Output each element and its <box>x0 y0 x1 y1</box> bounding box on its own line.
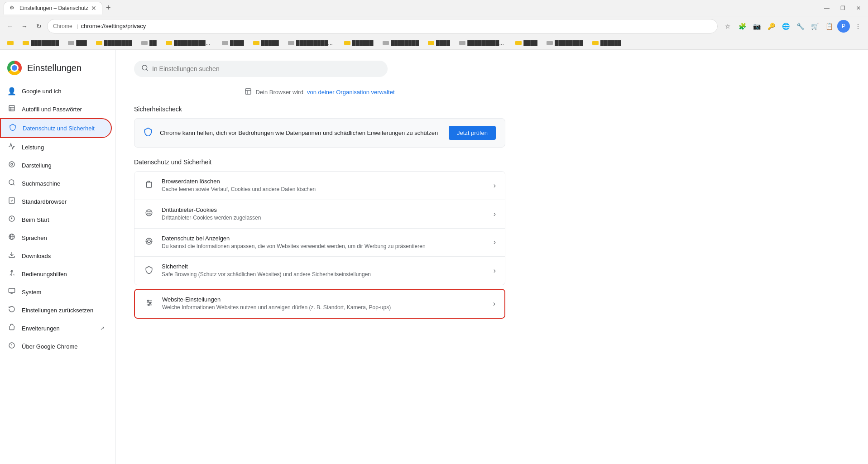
bookmark-item[interactable]: ████ <box>218 39 248 47</box>
jetzt-prüfen-button[interactable]: Jetzt prüfen <box>449 126 496 140</box>
svg-point-34 <box>148 240 150 243</box>
maximize-button[interactable]: ❐ <box>837 3 849 13</box>
sidebar-item-privacy[interactable]: Datenschutz und Sicherheit <box>0 118 112 138</box>
reload-button[interactable]: ↻ <box>33 20 45 33</box>
bookmark-icon <box>222 41 228 45</box>
bookmark-item[interactable]: ██████ <box>340 39 377 47</box>
back-button[interactable]: ← <box>4 20 16 33</box>
sidebar-item-performance[interactable]: Leistung <box>0 138 112 156</box>
sidebar-item-languages[interactable]: Sprachen <box>0 229 112 247</box>
ad-privacy-title: Datenschutz bei Anzeigen <box>162 235 486 242</box>
address-url: chrome://settings/privacy <box>81 23 712 29</box>
website-settings-desc: Welche Informationen Websites nutzen und… <box>162 304 486 311</box>
bookmark-icon <box>592 41 599 45</box>
bookmark-label: ████ <box>230 40 244 46</box>
bookmark-icon <box>344 41 350 45</box>
title-bar: ⚙ Einstellungen – Datenschutz ✕ + — ❐ ✕ <box>0 0 868 16</box>
sidebar-item-about[interactable]: Über Google Chrome <box>0 337 112 355</box>
sidebar-item-label: Autofill und Passwörter <box>22 106 105 113</box>
bookmark-item[interactable]: ██ <box>138 39 160 47</box>
search-input[interactable] <box>152 65 380 72</box>
clear-browsing-text: Browserdaten löschen Cache leeren sowie … <box>162 178 486 193</box>
extension-button-6[interactable]: 🛒 <box>808 20 821 33</box>
security-item[interactable]: Sicherheit Safe Browsing (Schutz vor sch… <box>134 257 505 285</box>
active-tab[interactable]: ⚙ Einstellungen – Datenschutz ✕ <box>4 2 102 14</box>
sidebar-item-startup[interactable]: Beim Start <box>0 210 112 229</box>
sidebar-item-search[interactable]: Suchmaschine <box>0 174 112 192</box>
third-party-cookies-item[interactable]: Drittanbieter-Cookies Drittanbieter-Cook… <box>134 200 505 229</box>
sidebar-item-label: Leistung <box>22 144 105 151</box>
privacy-section: Datenschutz und Sicherheit Browserdaten … <box>134 158 505 319</box>
bookmark-button[interactable]: ☆ <box>721 20 734 33</box>
bookmark-item[interactable]: ████████ <box>92 39 136 47</box>
menu-button[interactable]: ⋮ <box>852 20 864 33</box>
cookies-desc: Drittanbieter-Cookies werden zugelassen <box>162 214 486 222</box>
ad-privacy-arrow: › <box>494 238 496 246</box>
new-tab-button[interactable]: + <box>104 1 113 14</box>
extension-button-3[interactable]: 🔑 <box>765 20 777 33</box>
sidebar-item-google[interactable]: 👤 Google und ich <box>0 82 112 100</box>
sidebar-item-system[interactable]: System <box>0 283 112 301</box>
extension-button-2[interactable]: 📷 <box>750 20 763 33</box>
extension-button-1[interactable]: 🧩 <box>736 20 748 33</box>
extension-button-7[interactable]: 📋 <box>823 20 835 33</box>
about-icon <box>7 342 16 351</box>
bookmark-item[interactable]: ████████████ <box>162 39 216 47</box>
sidebar-item-reset[interactable]: Einstellungen zurücksetzen <box>0 301 112 319</box>
bookmark-icon <box>166 41 172 45</box>
bookmark-item[interactable]: ████████ <box>543 39 586 47</box>
bookmark-item[interactable]: ██████████████ <box>456 39 510 47</box>
website-settings-item[interactable]: Website-Einstellungen Welche Information… <box>135 290 504 318</box>
bookmark-item[interactable]: ████████ <box>379 39 422 47</box>
bookmark-item[interactable]: ████████████ <box>284 39 339 47</box>
sidebar-item-appearance[interactable]: Darstellung <box>0 156 112 174</box>
svg-point-4 <box>11 163 13 165</box>
bookmark-item[interactable]: ████████ <box>19 39 62 47</box>
svg-point-30 <box>150 211 151 212</box>
managed-icon <box>245 88 252 96</box>
privacy-settings-list: Browserdaten löschen Cache leeren sowie … <box>134 171 505 285</box>
bookmark-item[interactable]: ████ <box>424 39 454 47</box>
svg-point-42 <box>148 304 149 306</box>
bookmark-item[interactable]: ███ <box>64 39 90 47</box>
bookmark-icon <box>515 41 522 45</box>
clear-browsing-title: Browserdaten löschen <box>162 178 486 185</box>
bookmark-item[interactable]: █████ <box>249 39 283 47</box>
sidebar-item-label: Bedienungshilfen <box>22 271 105 277</box>
bookmark-icon <box>7 41 14 45</box>
bookmark-label: ██████████████ <box>467 40 506 46</box>
security-check-section: Sicherheitscheck Chrome kann helfen, dic… <box>134 105 505 148</box>
clear-browsing-item[interactable]: Browserdaten löschen Cache leeren sowie … <box>134 172 505 200</box>
bookmark-item[interactable]: ██████ <box>589 39 625 47</box>
profile-button[interactable]: P <box>837 20 850 33</box>
sidebar-item-extensions[interactable]: Erweiterungen ↗ <box>0 319 112 337</box>
address-bar[interactable]: Chrome | chrome://settings/privacy <box>47 19 718 33</box>
ad-privacy-icon <box>144 237 154 248</box>
managed-link[interactable]: von deiner Organisation verwaltet <box>307 89 395 96</box>
website-settings-arrow: › <box>493 300 495 308</box>
close-button[interactable]: ✕ <box>853 3 864 13</box>
extension-button-5[interactable]: 🔧 <box>794 20 806 33</box>
autofill-icon <box>7 105 16 114</box>
bookmark-label: ██████ <box>352 40 374 46</box>
search-bar-container[interactable] <box>134 61 388 77</box>
website-settings-wrapper: Website-Einstellungen Welche Information… <box>134 289 505 319</box>
minimize-button[interactable]: — <box>820 3 833 13</box>
sidebar-item-autofill[interactable]: Autofill und Passwörter <box>0 100 112 118</box>
sidebar-item-accessibility[interactable]: Bedienungshilfen <box>0 265 112 283</box>
bookmark-label: ██████ <box>600 40 622 46</box>
svg-line-24 <box>146 69 148 71</box>
forward-button[interactable]: → <box>18 20 31 33</box>
sidebar-item-downloads[interactable]: Downloads <box>0 247 112 265</box>
bookmark-item[interactable]: ████ <box>512 39 541 47</box>
svg-line-7 <box>13 184 14 185</box>
extension-button-4[interactable]: 🌐 <box>779 20 792 33</box>
bookmark-item[interactable] <box>4 40 17 46</box>
ad-privacy-item[interactable]: Datenschutz bei Anzeigen Du kannst die I… <box>134 229 505 257</box>
cookies-text: Drittanbieter-Cookies Drittanbieter-Cook… <box>162 206 486 222</box>
security-item-text: Sicherheit Safe Browsing (Schutz vor sch… <box>162 263 486 278</box>
sidebar-item-default-browser[interactable]: Standardbrowser <box>0 192 112 210</box>
content-area: Dein Browser wird von deiner Organisatio… <box>116 50 523 464</box>
tab-close-button[interactable]: ✕ <box>91 5 96 12</box>
settings-header: Einstellungen <box>0 57 115 82</box>
